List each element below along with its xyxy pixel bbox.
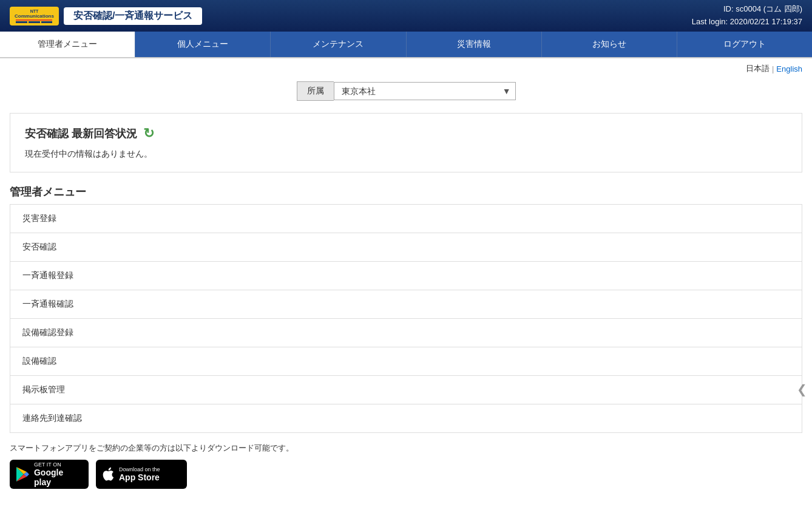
logo-area: NTT Communications 安否確認/一斉通報サービス	[10, 7, 202, 26]
affiliation-select[interactable]: 東京本社 大阪支社 名古屋支社	[334, 82, 516, 100]
status-section: 安否確認 最新回答状況 ↻ 現在受付中の情報はありません。	[10, 113, 802, 172]
menu-item-safety-check[interactable]: 安否確認	[10, 233, 802, 262]
affiliation-select-wrapper[interactable]: 東京本社 大阪支社 名古屋支社 ▼	[334, 82, 516, 100]
user-id: ID: sc0004 (コム 四郎)	[692, 3, 802, 16]
refresh-icon[interactable]: ↻	[143, 126, 154, 141]
affiliation-row: 所属 東京本社 大阪支社 名古屋支社 ▼	[0, 79, 812, 108]
nav-item-admin-menu[interactable]: 管理者メニュー	[0, 32, 135, 57]
menu-item-broadcast-register[interactable]: 一斉通報登録	[10, 262, 802, 290]
menu-item-bulletin-board[interactable]: 掲示板管理	[10, 376, 802, 404]
menu-item-equipment-register[interactable]: 設備確認登録	[10, 319, 802, 347]
ntt-logo: NTT Communications	[10, 7, 59, 26]
menu-item-disaster-register[interactable]: 災害登録	[10, 205, 802, 233]
google-play-icon	[16, 467, 29, 482]
menu-item-broadcast-confirm[interactable]: 一斉通報確認	[10, 290, 802, 319]
nav-item-disaster-info[interactable]: 災害情報	[407, 32, 542, 57]
lang-english[interactable]: English	[776, 64, 802, 73]
admin-menu-list: 災害登録 安否確認 一斉通報登録 一斉通報確認 設備確認登録 設備確認 掲示板管…	[10, 204, 802, 433]
app-download-section: スマートフォンアプリをご契約の企業等の方は以下よりダウンロード可能です。 GET…	[10, 443, 802, 489]
menu-item-contact-delivery[interactable]: 連絡先到達確認	[10, 404, 802, 432]
status-title: 安否確認 最新回答状況 ↻	[25, 126, 787, 141]
nav-item-personal-menu[interactable]: 個人メニュー	[135, 32, 271, 57]
google-play-button[interactable]: GET IT ON Google play	[10, 460, 89, 489]
affiliation-label: 所属	[297, 81, 334, 101]
app-buttons: GET IT ON Google play Download on the Ap…	[10, 460, 802, 489]
lang-separator: |	[772, 64, 774, 73]
google-play-text: GET IT ON Google play	[34, 462, 83, 487]
admin-menu-title: 管理者メニュー	[10, 185, 802, 199]
last-login: Last login: 2020/02/21 17:19:37	[692, 16, 802, 29]
app-download-text: スマートフォンアプリをご契約の企業等の方は以下よりダウンロード可能です。	[10, 443, 802, 454]
header-user-info: ID: sc0004 (コム 四郎) Last login: 2020/02/2…	[692, 3, 802, 29]
service-title: 安否確認/一斉通報サービス	[64, 7, 202, 25]
apple-icon	[102, 467, 114, 482]
nav-item-maintenance[interactable]: メンテナンス	[271, 32, 406, 57]
scroll-down-icon: ❮	[797, 382, 807, 397]
nav-item-logout[interactable]: ログアウト	[677, 32, 812, 57]
status-message: 現在受付中の情報はありません。	[25, 149, 787, 160]
nav-item-notices[interactable]: お知らせ	[542, 32, 677, 57]
admin-section: 管理者メニュー 災害登録 安否確認 一斉通報登録 一斉通報確認 設備確認登録 設…	[10, 185, 802, 433]
page-header: NTT Communications 安否確認/一斉通報サービス ID: sc0…	[0, 0, 812, 32]
menu-item-equipment-check[interactable]: 設備確認	[10, 347, 802, 376]
app-store-button[interactable]: Download on the App Store	[96, 460, 187, 489]
language-bar: 日本語 | English	[0, 58, 812, 79]
app-store-text: Download on the App Store	[119, 466, 160, 482]
main-nav: 管理者メニュー 個人メニュー メンテナンス 災害情報 お知らせ ログアウト	[0, 32, 812, 58]
lang-japanese[interactable]: 日本語	[746, 63, 770, 74]
